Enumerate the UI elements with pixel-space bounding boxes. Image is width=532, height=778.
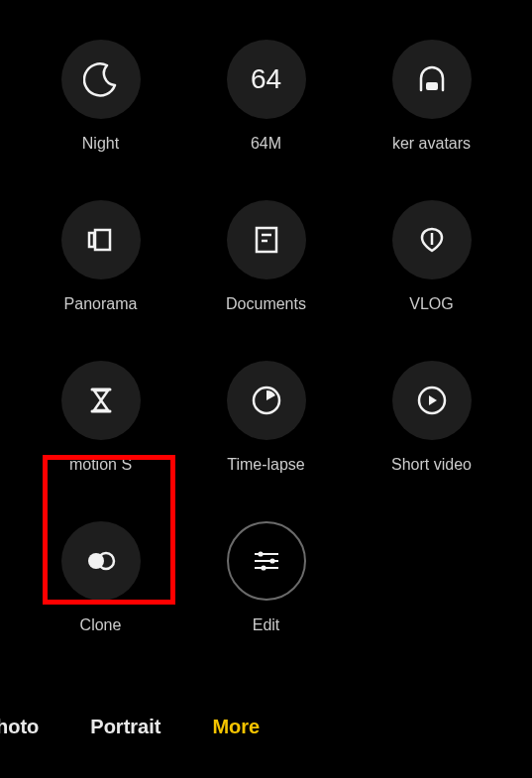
mode-shortvideo[interactable]: Short video (349, 361, 514, 474)
mode-clone[interactable]: Clone (18, 521, 183, 634)
tab-portrait[interactable]: Portrait (64, 716, 186, 738)
svg-point-17 (269, 558, 274, 563)
mode-label: Time-lapse (227, 456, 305, 474)
play-circle-icon (392, 361, 472, 440)
hourglass-icon (61, 361, 141, 440)
mode-edit[interactable]: Edit (183, 521, 349, 634)
camera-more-panel: Night 64 64M ker avatars (0, 0, 532, 778)
vlog-icon (392, 200, 472, 279)
documents-icon (227, 200, 306, 279)
mode-documents[interactable]: Documents (183, 200, 349, 313)
night-icon (61, 40, 141, 119)
tab-more[interactable]: More (186, 716, 285, 738)
mode-panorama[interactable]: Panorama (18, 200, 183, 313)
mode-label: Short video (391, 456, 472, 474)
mode-night[interactable]: Night (18, 40, 183, 153)
empty-cell (349, 521, 514, 634)
mode-grid: Night 64 64M ker avatars (0, 40, 532, 634)
mode-avatars[interactable]: ker avatars (349, 40, 514, 153)
mode-label: ker avatars (392, 135, 471, 153)
svg-point-16 (258, 551, 263, 556)
mode-label: Edit (253, 616, 280, 634)
mode-slowmotion[interactable]: motion S (18, 361, 183, 474)
clone-icon (61, 521, 141, 601)
mode-label: VLOG (409, 295, 453, 313)
svg-point-18 (261, 565, 266, 570)
tab-photo[interactable]: hoto (0, 716, 64, 738)
svg-rect-0 (426, 82, 438, 90)
mode-timelapse[interactable]: Time-lapse (183, 361, 349, 474)
panorama-icon (61, 200, 141, 279)
mode-vlog[interactable]: VLOG (349, 200, 514, 313)
mode-label: 64M (251, 135, 281, 153)
mode-label: Clone (80, 616, 122, 634)
mode-label: motion S (69, 456, 132, 474)
avatar-icon (392, 40, 472, 119)
timelapse-icon (227, 361, 306, 440)
mode-label: Panorama (64, 295, 138, 313)
svg-rect-1 (95, 230, 110, 250)
svg-rect-2 (89, 233, 94, 247)
sliders-icon (227, 521, 306, 601)
sixtyfour-icon: 64 (227, 40, 306, 119)
mode-label: Documents (226, 295, 306, 313)
camera-tab-bar: hoto Portrait More (0, 716, 532, 738)
mode-label: Night (82, 135, 119, 153)
mode-64m[interactable]: 64 64M (183, 40, 349, 153)
